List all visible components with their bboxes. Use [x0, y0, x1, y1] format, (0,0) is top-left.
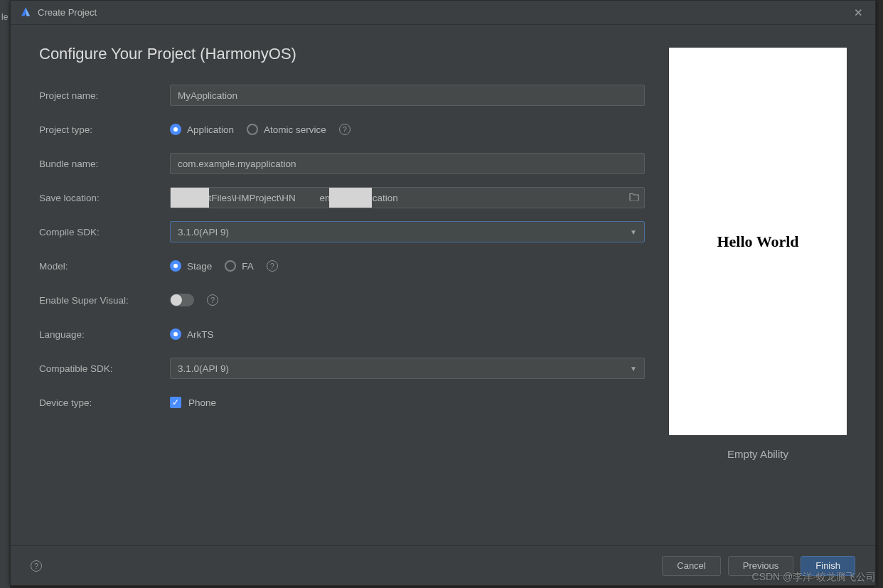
project-name-label: Project name:	[39, 90, 170, 101]
select-value: 3.1.0(API 9)	[178, 227, 229, 237]
project-name-input[interactable]	[170, 85, 645, 106]
device-phone-checkbox[interactable]: ✓	[170, 397, 181, 408]
save-location-input[interactable]	[170, 187, 645, 208]
compile-sdk-select[interactable]: 3.1.0(API 9) ▼	[170, 221, 645, 242]
super-visual-label: Enable Super Visual:	[39, 295, 170, 306]
radio-arkts[interactable]: ArkTS	[170, 328, 214, 340]
radio-dot-icon	[225, 260, 236, 272]
bundle-name-input[interactable]	[170, 153, 645, 174]
radio-label: Atomic service	[264, 124, 326, 135]
bundle-name-label: Bundle name:	[39, 159, 170, 169]
compatible-sdk-select[interactable]: 3.1.0(API 9) ▼	[170, 358, 645, 379]
radio-fa[interactable]: FA	[225, 260, 254, 272]
radio-atomic-service[interactable]: Atomic service	[247, 124, 326, 135]
dialog-footer: ? Cancel Previous Finish	[11, 545, 875, 585]
radio-label: FA	[242, 261, 254, 272]
radio-dot-icon	[170, 328, 181, 340]
watermark: CSDN @李洋-蛟龙腾飞公司	[752, 571, 876, 584]
device-type-label: Device type:	[39, 397, 170, 408]
chevron-down-icon: ▼	[630, 365, 637, 373]
help-icon[interactable]: ?	[267, 260, 278, 272]
preview-text: Hello World	[717, 232, 798, 251]
radio-dot-icon	[170, 260, 181, 272]
radio-application[interactable]: Application	[170, 124, 234, 135]
background-fragment: le	[1, 12, 8, 22]
close-icon[interactable]: ✕	[850, 4, 867, 21]
radio-stage[interactable]: Stage	[170, 260, 212, 272]
template-preview: Hello World	[669, 48, 847, 435]
redacted-region	[329, 188, 372, 208]
help-icon[interactable]: ?	[207, 294, 218, 306]
super-visual-toggle[interactable]	[170, 294, 194, 306]
create-project-dialog: Create Project ✕ Configure Your Project …	[10, 0, 876, 586]
help-icon[interactable]: ?	[31, 560, 42, 572]
select-value: 3.1.0(API 9)	[178, 363, 229, 374]
chevron-down-icon: ▼	[630, 228, 637, 236]
redacted-region	[171, 188, 209, 208]
model-label: Model:	[39, 261, 170, 272]
radio-dot-icon	[170, 124, 181, 135]
titlebar: Create Project ✕	[11, 1, 875, 25]
help-icon[interactable]: ?	[339, 124, 350, 135]
compile-sdk-label: Compile SDK:	[39, 227, 170, 237]
cancel-button[interactable]: Cancel	[662, 556, 720, 576]
radio-label: Stage	[187, 261, 212, 272]
project-type-label: Project type:	[39, 124, 170, 135]
app-logo-icon	[19, 6, 32, 19]
page-heading: Configure Your Project (HarmonyOS)	[39, 45, 669, 63]
language-label: Language:	[39, 329, 170, 340]
radio-label: ArkTS	[187, 329, 214, 340]
compatible-sdk-label: Compatible SDK:	[39, 363, 170, 374]
radio-label: Application	[187, 124, 234, 135]
save-location-label: Save location:	[39, 193, 170, 203]
dialog-title: Create Project	[38, 7, 850, 18]
preview-caption: Empty Ability	[727, 448, 788, 460]
checkbox-label: Phone	[188, 397, 216, 408]
radio-dot-icon	[247, 124, 258, 135]
folder-icon[interactable]	[629, 193, 639, 203]
